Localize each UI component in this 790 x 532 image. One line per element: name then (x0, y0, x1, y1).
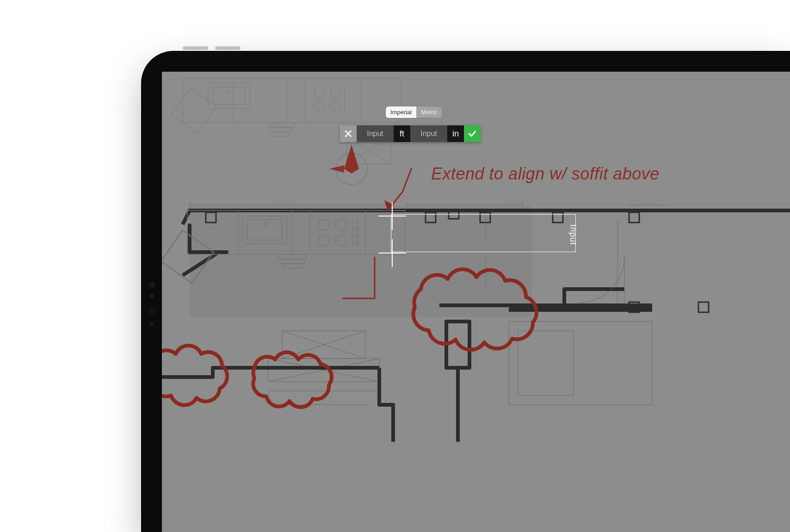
svg-rect-14 (268, 123, 294, 127)
feet-input[interactable]: Input (357, 125, 394, 142)
svg-rect-74 (518, 331, 574, 396)
svg-rect-15 (271, 127, 291, 132)
measure-input-label: Input (568, 224, 578, 245)
svg-rect-13 (171, 88, 216, 133)
measurement-input-bar[interactable]: Input ft Input in (340, 125, 481, 142)
dim-label: 949.81 (616, 261, 621, 277)
unit-option-metric[interactable]: Metric (416, 106, 442, 118)
cancel-button[interactable] (340, 125, 357, 142)
redline-annotation: Extend to align w/ soffit above (431, 164, 660, 184)
camera-dot (149, 308, 156, 314)
sensor-dot (149, 322, 154, 326)
check-icon (468, 129, 477, 138)
dim-label: 660.00 (637, 199, 653, 205)
tablet-device-frame: 3184.39 1059.59 660.00 370.00 2.63 (141, 51, 790, 532)
sensor-dot (149, 282, 155, 288)
unit-option-imperial[interactable]: Imperial (386, 106, 416, 118)
revision-cloud (253, 353, 332, 408)
inches-input[interactable]: Input (410, 125, 447, 142)
unit-switch[interactable]: Imperial Metric (386, 106, 442, 118)
measure-selection-box[interactable] (391, 214, 576, 252)
dim-label: 2.63 (484, 273, 489, 283)
app-canvas[interactable]: 3184.39 1059.59 660.00 370.00 2.63 (162, 72, 790, 532)
svg-point-10 (314, 101, 324, 111)
svg-rect-28 (698, 302, 709, 312)
sensor-dot (149, 294, 154, 298)
dim-label: 1059.59 (504, 199, 523, 205)
svg-point-8 (314, 87, 324, 98)
svg-rect-16 (273, 132, 289, 136)
svg-point-7 (228, 90, 230, 93)
svg-point-9 (330, 87, 340, 98)
svg-rect-0 (183, 79, 400, 123)
svg-rect-6 (213, 87, 245, 105)
close-icon (344, 129, 353, 138)
svg-rect-71 (509, 305, 652, 312)
dim-label: 3184.39 (275, 199, 294, 205)
unit-label-in: in (447, 125, 464, 142)
compass-symbol (329, 145, 367, 185)
volume-button (215, 46, 241, 50)
svg-point-11 (330, 101, 340, 111)
unit-label-ft: ft (394, 125, 410, 142)
volume-button (183, 46, 208, 50)
confirm-button[interactable] (464, 125, 481, 142)
